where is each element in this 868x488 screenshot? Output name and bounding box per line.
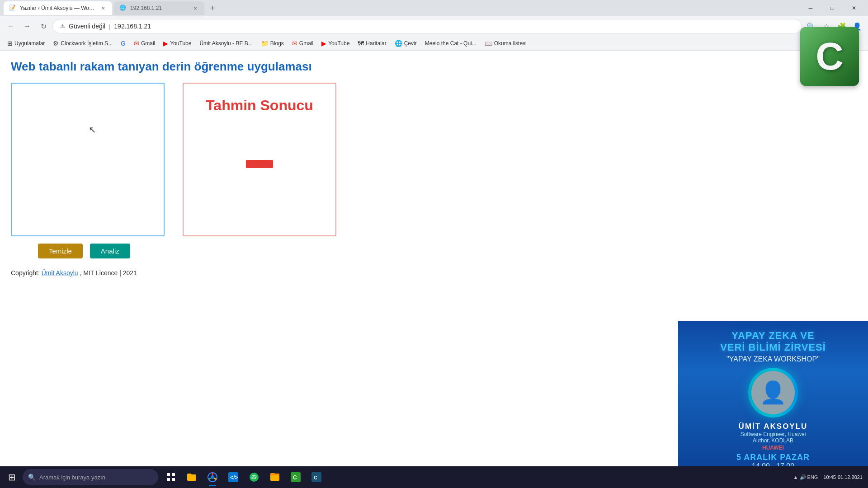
bookmark-clockwork-label: Clockwork İşletim S... [61, 40, 113, 47]
green-c-letter: C [816, 34, 843, 79]
copyright-suffix: , MIT Licence | 2021 [80, 269, 137, 277]
result-bar [246, 160, 273, 168]
bookmark-maps[interactable]: 🗺 Haritalar [354, 38, 390, 49]
bookmark-meelo[interactable]: Meelo the Cat - Qui... [421, 38, 480, 48]
address-input[interactable]: ⚠ Güvenli değil | 192.168.1.21 [52, 19, 802, 33]
copyright-section: Copyright: Ümit Aksoylu , MIT Licence | … [11, 269, 857, 277]
clockwork-icon: ⚙ [53, 40, 59, 47]
gmail-icon-2: ✉ [292, 40, 297, 47]
url-display: Güvenli değil [69, 23, 105, 30]
tab-close-inactive[interactable]: ✕ [192, 5, 199, 12]
ad-title-line2: VERİ BİLİMİ ZİRVESİ [678, 342, 868, 353]
gmail-icon-1: ✉ [134, 40, 139, 47]
url-separator: | [109, 23, 110, 30]
youtube-icon-1: ▶ [163, 40, 168, 47]
tab-favicon-inactive: 🌐 [119, 5, 127, 12]
bookmark-youtube-1[interactable]: ▶ YouTube [160, 38, 195, 49]
main-area: ↖ Tahmin Sonucu [11, 83, 857, 236]
minimize-button[interactable]: ─ [800, 0, 821, 16]
youtube-icon-2: ▶ [321, 40, 326, 47]
green-c-overlay: C [800, 27, 859, 86]
page-title: Web tabanlı rakam tanıyan derin öğrenme … [11, 60, 857, 74]
result-container: Tahmin Sonucu [183, 83, 336, 236]
ad-subtitle: "YAPAY ZEKA WORKSHOP" [678, 355, 868, 363]
clear-button[interactable]: Temizle [38, 244, 83, 258]
bookmark-umit-label: Ümit Aksoylu - BE B... [199, 40, 252, 47]
bookmark-translate-label: Çevir [404, 40, 417, 47]
bookmark-reading-label: Okuma listesi [494, 40, 527, 47]
maps-icon: 🗺 [358, 40, 364, 47]
bookmark-gmail-1-label: Gmail [141, 40, 155, 47]
analyze-button[interactable]: Analiz [90, 244, 130, 258]
tab-title-inactive: 192.168.1.21 [130, 5, 188, 11]
bookmark-meelo-label: Meelo the Cat - Qui... [425, 40, 476, 47]
google-icon: G [121, 40, 126, 47]
result-title: Tahmin Sonucu [206, 97, 313, 114]
tab-favicon-active: 📝 [9, 5, 16, 12]
tab-title-active: Yazılar ‹ Ümit Aksoylu — WordPr... [20, 5, 96, 11]
url-value: 192.168.1.21 [114, 23, 151, 30]
title-bar: 📝 Yazılar ‹ Ümit Aksoylu — WordPr... ✕ 🌐… [0, 0, 868, 16]
apps-grid-icon: ⊞ [7, 40, 13, 47]
bookmark-blogs-label: Blogs [270, 40, 284, 47]
bookmark-maps-label: Haritalar [366, 40, 386, 47]
bookmark-applications[interactable]: ⊞ Uygulamalar [4, 38, 48, 49]
bookmark-gmail-2[interactable]: ✉ Gmail [288, 38, 317, 49]
ad-banner: YAPAY ZEKA VE VERİ BİLİMİ ZİRVESİ "YAPAY… [678, 321, 868, 367]
buttons-row: Temizle Analiz [38, 244, 857, 258]
security-icon: ⚠ [60, 23, 65, 29]
bookmark-gmail-1[interactable]: ✉ Gmail [130, 38, 159, 49]
blogs-icon: 📁 [261, 40, 269, 47]
drawing-canvas[interactable]: ↖ [11, 83, 165, 236]
green-c-logo: C [800, 27, 859, 86]
copyright-prefix: Copyright: [11, 269, 42, 277]
bookmark-gmail-2-label: Gmail [299, 40, 313, 47]
bookmarks-bar: ⊞ Uygulamalar ⚙ Clockwork İşletim S... G… [0, 36, 868, 51]
new-tab-button[interactable]: + [206, 2, 219, 14]
bookmark-umit[interactable]: Ümit Aksoylu - BE B... [196, 38, 256, 48]
tab-inactive[interactable]: 🌐 192.168.1.21 ✕ [114, 1, 204, 15]
bookmark-youtube-1-label: YouTube [170, 40, 191, 47]
bookmark-clockwork[interactable]: ⚙ Clockwork İşletim S... [49, 38, 116, 49]
page-content: Web tabanlı rakam tanıyan derin öğrenme … [0, 51, 868, 367]
address-bar: ← → ↻ ⚠ Güvenli değil | 192.168.1.21 🔍 ☆… [0, 16, 868, 36]
copyright-author-link[interactable]: Ümit Aksoylu [42, 269, 78, 277]
window-controls: ─ □ ✕ [800, 0, 864, 16]
tab-active[interactable]: 📝 Yazılar ‹ Ümit Aksoylu — WordPr... ✕ [4, 1, 112, 15]
forward-button[interactable]: → [20, 19, 34, 33]
bookmark-google[interactable]: G [117, 38, 129, 49]
close-button[interactable]: ✕ [844, 0, 864, 16]
cursor-indicator: ↖ [89, 124, 96, 135]
ad-title-line1: YAPAY ZEKA VE [678, 321, 868, 342]
bookmark-youtube-2[interactable]: ▶ YouTube [318, 38, 353, 49]
tab-close-active[interactable]: ✕ [99, 5, 107, 12]
refresh-button[interactable]: ↻ [36, 19, 51, 33]
maximize-button[interactable]: □ [822, 0, 843, 16]
reading-list-icon: 📖 [485, 40, 492, 47]
bookmark-blogs[interactable]: 📁 Blogs [257, 38, 288, 49]
bookmark-apps-label: Uygulamalar [14, 40, 45, 47]
bookmark-youtube-2-label: YouTube [328, 40, 349, 47]
bookmark-reading[interactable]: 📖 Okuma listesi [481, 38, 530, 49]
back-button[interactable]: ← [4, 19, 18, 33]
translate-icon: 🌐 [395, 40, 402, 47]
bookmark-translate[interactable]: 🌐 Çevir [391, 38, 420, 49]
browser-window: 📝 Yazılar ‹ Ümit Aksoylu — WordPr... ✕ 🌐… [0, 0, 868, 367]
